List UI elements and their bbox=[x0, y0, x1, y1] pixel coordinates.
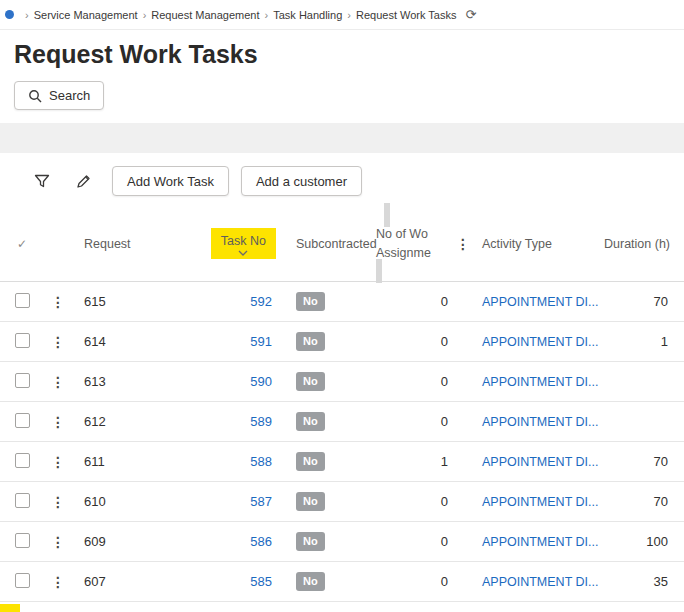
activity-type-link[interactable]: APPOINTMENT DI... bbox=[482, 455, 598, 469]
column-header-assignments[interactable]: No of Wo Assignme bbox=[376, 203, 456, 283]
duration-cell: 35 bbox=[604, 574, 684, 589]
sort-descending-icon bbox=[238, 250, 248, 256]
breadcrumb: › Service Management › Request Managemen… bbox=[0, 0, 684, 30]
row-checkbox[interactable] bbox=[15, 573, 30, 588]
request-cell: 609 bbox=[72, 534, 192, 549]
task-no-link[interactable]: 588 bbox=[250, 454, 272, 469]
column-header-subcontracted[interactable]: Subcontracted bbox=[276, 237, 376, 251]
subcontracted-badge: No bbox=[296, 372, 325, 390]
edit-icon[interactable] bbox=[74, 171, 94, 191]
assignments-cell: 0 bbox=[376, 294, 456, 309]
activity-type-link[interactable]: APPOINTMENT DI... bbox=[482, 415, 598, 429]
column-header-assignments-line1: No of Wo bbox=[376, 225, 456, 244]
refresh-icon[interactable]: ⟳ bbox=[465, 7, 476, 22]
task-no-link[interactable]: 585 bbox=[250, 574, 272, 589]
duration-cell: 70 bbox=[604, 454, 684, 469]
highlight-artifact bbox=[0, 604, 20, 612]
row-checkbox[interactable] bbox=[15, 333, 30, 348]
row-checkbox[interactable] bbox=[15, 533, 30, 548]
activity-type-link[interactable]: APPOINTMENT DI... bbox=[482, 295, 598, 309]
activity-type-link[interactable]: APPOINTMENT DI... bbox=[482, 495, 598, 509]
table-header-row: ✓ Request Task No Subcontracted No of Wo… bbox=[0, 206, 684, 282]
row-checkbox[interactable] bbox=[15, 453, 30, 468]
row-menu-icon[interactable]: ⋮ bbox=[44, 414, 72, 430]
request-cell: 610 bbox=[72, 494, 192, 509]
table-row: ⋮ 614 591 No 0 APPOINTMENT DI... 1 bbox=[0, 322, 684, 362]
task-no-link[interactable]: 591 bbox=[250, 334, 272, 349]
table-row: ⋮ 612 589 No 0 APPOINTMENT DI... bbox=[0, 402, 684, 442]
request-cell: 615 bbox=[72, 294, 192, 309]
table-row: ⋮ 609 586 No 0 APPOINTMENT DI... 100 bbox=[0, 522, 684, 562]
row-menu-icon[interactable]: ⋮ bbox=[44, 494, 72, 510]
duration-cell: 70 bbox=[604, 294, 684, 309]
task-no-link[interactable]: 590 bbox=[250, 374, 272, 389]
breadcrumb-separator-icon: › bbox=[265, 9, 269, 21]
column-header-request[interactable]: Request bbox=[72, 237, 192, 251]
row-checkbox[interactable] bbox=[15, 413, 30, 428]
breadcrumb-separator-icon: › bbox=[25, 9, 29, 21]
breadcrumb-separator-icon: › bbox=[143, 9, 147, 21]
table-row: ⋮ 611 588 No 1 APPOINTMENT DI... 70 bbox=[0, 442, 684, 482]
column-header-duration[interactable]: Duration (h) bbox=[604, 237, 684, 251]
table-row: ⋮ 607 585 No 0 APPOINTMENT DI... 35 bbox=[0, 562, 684, 602]
request-cell: 614 bbox=[72, 334, 192, 349]
breadcrumb-item-request-management[interactable]: Request Management bbox=[151, 9, 259, 21]
activity-type-link[interactable]: APPOINTMENT DI... bbox=[482, 375, 598, 389]
page-title: Request Work Tasks bbox=[14, 40, 684, 69]
assignments-cell: 1 bbox=[376, 454, 456, 469]
add-work-task-button[interactable]: Add Work Task bbox=[112, 166, 229, 196]
row-checkbox[interactable] bbox=[15, 293, 30, 308]
row-menu-icon[interactable]: ⋮ bbox=[44, 374, 72, 390]
task-no-link[interactable]: 586 bbox=[250, 534, 272, 549]
row-menu-icon[interactable]: ⋮ bbox=[44, 454, 72, 470]
breadcrumb-item-service-management[interactable]: Service Management bbox=[34, 9, 138, 21]
task-no-link[interactable]: 589 bbox=[250, 414, 272, 429]
row-menu-icon[interactable]: ⋮ bbox=[44, 534, 72, 550]
add-customer-button[interactable]: Add a customer bbox=[241, 166, 362, 196]
row-checkbox[interactable] bbox=[15, 373, 30, 388]
assignments-cell: 0 bbox=[376, 374, 456, 389]
table-row: ⋮ 606 584 No 0 APPOINTMENT DI... 35 bbox=[0, 602, 684, 612]
activity-type-link[interactable]: APPOINTMENT DI... bbox=[482, 535, 598, 549]
breadcrumb-separator-icon: › bbox=[347, 9, 351, 21]
column-header-assignments-line2: Assignme bbox=[376, 244, 456, 263]
assignments-cell: 0 bbox=[376, 414, 456, 429]
activity-type-link[interactable]: APPOINTMENT DI... bbox=[482, 575, 598, 589]
duration-cell: 100 bbox=[604, 534, 684, 549]
breadcrumb-item-request-work-tasks[interactable]: Request Work Tasks bbox=[356, 9, 456, 21]
subcontracted-badge: No bbox=[296, 452, 325, 470]
table-body: ⋮ 615 592 No 0 APPOINTMENT DI... 70 ⋮ 61… bbox=[0, 282, 684, 612]
task-no-link[interactable]: 592 bbox=[250, 294, 272, 309]
subcontracted-badge: No bbox=[296, 292, 325, 310]
subcontracted-badge: No bbox=[296, 492, 325, 510]
search-icon bbox=[28, 89, 42, 103]
assignments-cell: 0 bbox=[376, 574, 456, 589]
duration-cell: 1 bbox=[604, 334, 684, 349]
breadcrumb-item-task-handling[interactable]: Task Handling bbox=[273, 9, 342, 21]
task-no-link[interactable]: 587 bbox=[250, 494, 272, 509]
subcontracted-badge: No bbox=[296, 532, 325, 550]
column-header-activity-type[interactable]: Activity Type bbox=[474, 237, 604, 251]
search-button-label: Search bbox=[49, 88, 90, 103]
request-cell: 612 bbox=[72, 414, 192, 429]
row-checkbox[interactable] bbox=[15, 493, 30, 508]
activity-type-link[interactable]: APPOINTMENT DI... bbox=[482, 335, 598, 349]
request-cell: 607 bbox=[72, 574, 192, 589]
select-all-check-icon[interactable]: ✓ bbox=[17, 237, 27, 251]
request-cell: 611 bbox=[72, 454, 192, 469]
search-button[interactable]: Search bbox=[14, 81, 104, 110]
table-row: ⋮ 610 587 No 0 APPOINTMENT DI... 70 bbox=[0, 482, 684, 522]
table-row: ⋮ 615 592 No 0 APPOINTMENT DI... 70 bbox=[0, 282, 684, 322]
column-options-icon[interactable]: ⋮ bbox=[456, 236, 470, 252]
assignments-cell: 0 bbox=[376, 534, 456, 549]
table-row: ⋮ 613 590 No 0 APPOINTMENT DI... bbox=[0, 362, 684, 402]
row-menu-icon[interactable]: ⋮ bbox=[44, 334, 72, 350]
filter-icon[interactable] bbox=[32, 171, 52, 191]
column-header-task-no[interactable]: Task No bbox=[211, 228, 276, 259]
row-menu-icon[interactable]: ⋮ bbox=[44, 294, 72, 310]
row-menu-icon[interactable]: ⋮ bbox=[44, 574, 72, 590]
subcontracted-badge: No bbox=[296, 412, 325, 430]
section-divider bbox=[0, 123, 684, 153]
subcontracted-badge: No bbox=[296, 572, 325, 590]
home-dot-icon[interactable] bbox=[5, 10, 14, 19]
